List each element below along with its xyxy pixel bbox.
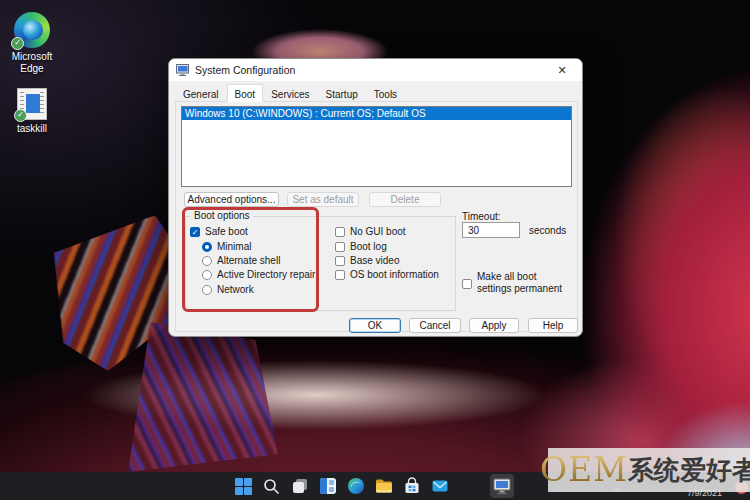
advanced-options-button[interactable]: Advanced options...: [184, 192, 279, 207]
desktop-icon-taskkill[interactable]: ✓ taskkill: [0, 88, 64, 135]
radio-minimal[interactable]: Minimal: [202, 241, 251, 252]
checkbox-unchecked-icon: [335, 270, 345, 280]
safe-boot-label: Safe boot: [205, 226, 248, 237]
checkbox-unchecked-icon: [335, 256, 345, 266]
no-gui-boot-checkbox[interactable]: No GUI boot: [335, 226, 406, 237]
boot-log-checkbox[interactable]: Boot log: [335, 241, 387, 252]
radio-unselected-icon: [202, 285, 212, 295]
checkbox-label: Base video: [350, 255, 399, 266]
safe-boot-checkbox[interactable]: ✓ Safe boot: [190, 226, 248, 237]
sync-check-badge-icon: ✓: [14, 109, 27, 122]
mail-icon[interactable]: [430, 477, 449, 496]
help-button[interactable]: Help: [528, 318, 578, 333]
checkbox-label: OS boot information: [350, 269, 439, 280]
radio-selected-icon: [202, 242, 212, 252]
store-icon[interactable]: [402, 477, 421, 496]
widgets-icon[interactable]: [318, 477, 337, 496]
checkbox-label: No GUI boot: [350, 226, 406, 237]
checkbox-unchecked-icon: [462, 279, 472, 289]
make-permanent-checkbox[interactable]: Make all boot settings permanent: [462, 271, 570, 295]
tab-general[interactable]: General: [175, 86, 227, 102]
desktop-icon-label: Microsoft Edge: [0, 51, 64, 75]
boot-entry-selected[interactable]: Windows 10 (C:\WINDOWS) : Current OS; De…: [182, 107, 571, 120]
dialog-titlebar[interactable]: System Configuration ✕: [169, 59, 582, 81]
radio-active-directory-repair[interactable]: Active Directory repair: [202, 269, 315, 280]
checkbox-label: Boot log: [350, 241, 387, 252]
checkbox-unchecked-icon: [335, 242, 345, 252]
system-configuration-dialog: System Configuration ✕ General Boot Serv…: [168, 58, 583, 337]
tab-startup[interactable]: Startup: [318, 86, 366, 102]
tab-tools[interactable]: Tools: [366, 86, 405, 102]
tab-strip: General Boot Services Startup Tools: [175, 86, 405, 102]
base-video-checkbox[interactable]: Base video: [335, 255, 399, 266]
wallpaper-bloom-stripes-bottom: [128, 322, 278, 472]
boot-options-group-label: Boot options: [191, 210, 253, 221]
search-icon[interactable]: [262, 477, 281, 496]
radio-label: Alternate shell: [217, 255, 280, 266]
tab-boot[interactable]: Boot: [227, 84, 264, 102]
checkbox-label: Make all boot settings permanent: [477, 271, 570, 295]
timeout-input[interactable]: 30: [462, 222, 520, 238]
timeout-unit-label: seconds: [529, 225, 566, 236]
radio-unselected-icon: [202, 256, 212, 266]
checkbox-unchecked-icon: [335, 227, 345, 237]
msconfig-monitor-icon: [493, 478, 511, 495]
delete-button[interactable]: Delete: [369, 192, 441, 207]
oem-watermark: OEM系统爱好者: [548, 448, 750, 492]
cancel-button[interactable]: Cancel: [409, 318, 461, 333]
radio-label: Active Directory repair: [217, 269, 315, 280]
radio-unselected-icon: [202, 270, 212, 280]
radio-label: Network: [217, 284, 254, 295]
radio-label: Minimal: [217, 241, 251, 252]
set-as-default-button[interactable]: Set as default: [287, 192, 359, 207]
boot-entries-listbox[interactable]: Windows 10 (C:\WINDOWS) : Current OS; De…: [181, 106, 572, 187]
desktop-icon-label: taskkill: [0, 123, 64, 135]
watermark-chinese-text: 系统爱好者: [628, 453, 750, 488]
desktop-icon-edge[interactable]: ✓ Microsoft Edge: [0, 12, 64, 75]
system-configuration-taskbar-button[interactable]: [490, 474, 514, 498]
timeout-label: Timeout:: [462, 211, 501, 222]
start-button[interactable]: [234, 477, 253, 496]
edge-icon[interactable]: [346, 477, 365, 496]
close-button[interactable]: ✕: [542, 59, 582, 81]
radio-alternate-shell[interactable]: Alternate shell: [202, 255, 280, 266]
radio-network[interactable]: Network: [202, 284, 254, 295]
watermark-oem-text: OEM: [540, 450, 628, 490]
dialog-title: System Configuration: [195, 64, 295, 76]
tab-services[interactable]: Services: [263, 86, 317, 102]
sync-check-badge-icon: ✓: [11, 37, 24, 50]
file-explorer-icon[interactable]: [374, 477, 393, 496]
apply-button[interactable]: Apply: [469, 318, 519, 333]
ok-button[interactable]: OK: [349, 318, 401, 333]
msconfig-app-icon: [176, 64, 189, 76]
os-boot-information-checkbox[interactable]: OS boot information: [335, 269, 439, 280]
task-view-icon[interactable]: [290, 477, 309, 496]
checkbox-checked-icon: ✓: [190, 227, 200, 237]
